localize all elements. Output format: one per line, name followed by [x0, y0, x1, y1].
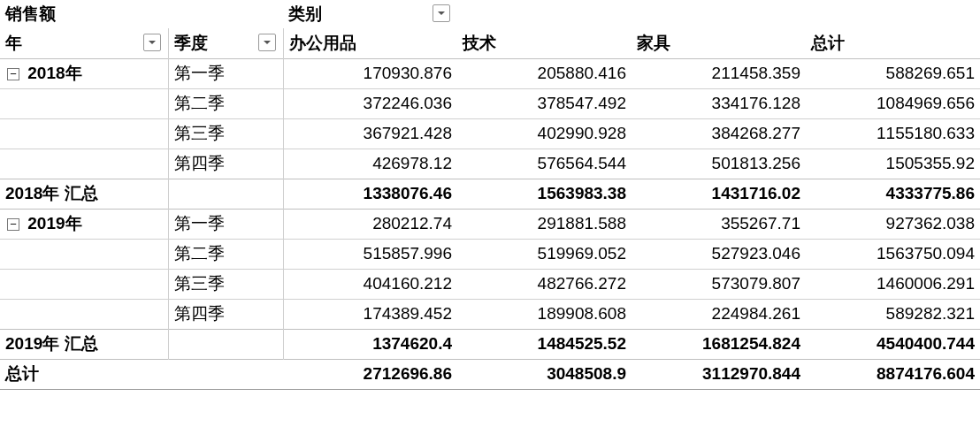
col-header[interactable]: 技术	[457, 28, 632, 58]
value-cell[interactable]: 402990.928	[457, 118, 632, 149]
value-cell[interactable]: 384268.277	[632, 118, 806, 149]
value-cell[interactable]: 205880.416	[457, 58, 632, 88]
grand-total-row: 总计 2712696.86 3048508.9 3112970.844 8874…	[0, 359, 980, 389]
header-row-1: 销售额 类别	[0, 0, 980, 28]
value-cell[interactable]: 426978.12	[283, 149, 457, 179]
table-row: − 2019年 第一季 280212.74 291881.588 355267.…	[0, 209, 980, 239]
value-cell[interactable]: 372246.036	[283, 88, 457, 118]
value-cell[interactable]: 174389.452	[283, 299, 457, 329]
value-cell[interactable]: 367921.428	[283, 118, 457, 149]
col-header-total[interactable]: 总计	[806, 28, 980, 58]
value-cell[interactable]: 573079.807	[632, 269, 806, 299]
table-row: 第四季 174389.452 189908.608 224984.261 589…	[0, 299, 980, 329]
value-cell[interactable]: 4540400.744	[806, 329, 980, 359]
row-year-label: 年	[5, 34, 22, 52]
value-cell[interactable]: 378547.492	[457, 88, 632, 118]
value-cell[interactable]: 527923.046	[632, 239, 806, 269]
measure-label: 销售额	[0, 0, 283, 28]
value-cell[interactable]: 1338076.46	[283, 179, 457, 209]
value-cell[interactable]: 519969.052	[457, 239, 632, 269]
year-label: 2018年	[27, 64, 81, 82]
value-cell[interactable]: 589282.321	[806, 299, 980, 329]
row-quarter-cell[interactable]: 季度	[168, 28, 283, 58]
value-cell[interactable]: 576564.544	[457, 149, 632, 179]
value-cell[interactable]: 927362.038	[806, 209, 980, 239]
table-row: 第三季 404160.212 482766.272 573079.807 146…	[0, 269, 980, 299]
column-dim-label: 类别	[288, 4, 322, 23]
collapse-icon[interactable]: −	[7, 218, 19, 231]
value-cell[interactable]: 1484525.52	[457, 329, 632, 359]
subtotal-row: 2018年 汇总 1338076.46 1563983.38 1431716.0…	[0, 179, 980, 209]
table-row: 第二季 515857.996 519969.052 527923.046 156…	[0, 239, 980, 269]
value-cell[interactable]: 1563750.094	[806, 239, 980, 269]
value-cell[interactable]: 224984.261	[632, 299, 806, 329]
quarter-cell[interactable]: 第四季	[168, 299, 283, 329]
row-year-cell[interactable]: 年	[0, 28, 168, 58]
year-cell[interactable]: − 2019年	[0, 209, 168, 239]
value-cell[interactable]: 1374620.4	[283, 329, 457, 359]
value-cell[interactable]: 189908.608	[457, 299, 632, 329]
value-cell[interactable]: 501813.256	[632, 149, 806, 179]
quarter-cell[interactable]: 第二季	[168, 88, 283, 118]
value-cell[interactable]: 8874176.604	[806, 359, 980, 389]
value-cell[interactable]: 404160.212	[283, 269, 457, 299]
collapse-icon[interactable]: −	[7, 68, 19, 80]
value-cell[interactable]: 4333775.86	[806, 179, 980, 209]
year-label: 2019年	[27, 214, 81, 232]
value-cell[interactable]: 1431716.02	[632, 179, 806, 209]
value-cell[interactable]: 280212.74	[283, 209, 457, 239]
value-cell[interactable]: 515857.996	[283, 239, 457, 269]
value-cell[interactable]: 291881.588	[457, 209, 632, 239]
row-quarter-label: 季度	[174, 34, 208, 52]
header-row-2: 年 季度 办公用品 技术 家具 总计	[0, 28, 980, 58]
col-header[interactable]: 办公用品	[283, 28, 457, 58]
col-header[interactable]: 家具	[632, 28, 806, 58]
value-cell[interactable]: 1681254.824	[632, 329, 806, 359]
table-row: − 2018年 第一季 170930.876 205880.416 211458…	[0, 58, 980, 88]
value-cell[interactable]: 2712696.86	[283, 359, 457, 389]
value-cell[interactable]: 1155180.633	[806, 118, 980, 149]
pivot-table: 销售额 类别 年 季度 办公用品 技术 家具 总计 −	[0, 0, 980, 390]
value-cell[interactable]: 1084969.656	[806, 88, 980, 118]
value-cell[interactable]: 3112970.844	[632, 359, 806, 389]
table-row: 第二季 372246.036 378547.492 334176.128 108…	[0, 88, 980, 118]
dropdown-icon[interactable]	[258, 34, 276, 51]
value-cell[interactable]: 170930.876	[283, 58, 457, 88]
dropdown-icon[interactable]	[143, 34, 161, 51]
grand-total-label[interactable]: 总计	[0, 359, 168, 389]
subtotal-label[interactable]: 2018年 汇总	[0, 179, 168, 209]
quarter-cell[interactable]: 第二季	[168, 239, 283, 269]
value-cell[interactable]: 1563983.38	[457, 179, 632, 209]
quarter-cell[interactable]: 第三季	[168, 118, 283, 149]
subtotal-row: 2019年 汇总 1374620.4 1484525.52 1681254.82…	[0, 329, 980, 359]
column-dim-cell[interactable]: 类别	[283, 0, 457, 28]
quarter-cell[interactable]: 第三季	[168, 269, 283, 299]
value-cell[interactable]: 588269.651	[806, 58, 980, 88]
year-cell[interactable]: − 2018年	[0, 58, 168, 88]
quarter-cell[interactable]: 第四季	[168, 149, 283, 179]
table-row: 第三季 367921.428 402990.928 384268.277 115…	[0, 118, 980, 149]
dropdown-icon[interactable]	[433, 4, 450, 22]
value-cell[interactable]: 211458.359	[632, 58, 806, 88]
value-cell[interactable]: 482766.272	[457, 269, 632, 299]
value-cell[interactable]: 334176.128	[632, 88, 806, 118]
value-cell[interactable]: 1505355.92	[806, 149, 980, 179]
value-cell[interactable]: 355267.71	[632, 209, 806, 239]
quarter-cell[interactable]: 第一季	[168, 58, 283, 88]
value-cell[interactable]: 3048508.9	[457, 359, 632, 389]
subtotal-label[interactable]: 2019年 汇总	[0, 329, 168, 359]
quarter-cell[interactable]: 第一季	[168, 209, 283, 239]
value-cell[interactable]: 1460006.291	[806, 269, 980, 299]
table-row: 第四季 426978.12 576564.544 501813.256 1505…	[0, 149, 980, 179]
